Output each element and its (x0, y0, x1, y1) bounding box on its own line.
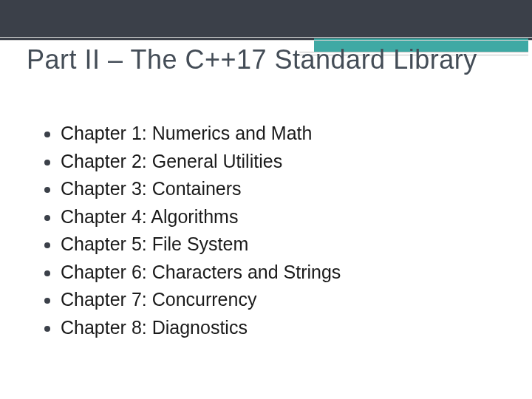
divider-line (0, 37, 532, 38)
header-bar (0, 0, 532, 40)
list-item: Chapter 2: General Utilities (44, 148, 341, 176)
slide-title: Part II – The C++17 Standard Library (27, 43, 502, 76)
chapter-list: Chapter 1: Numerics and Math Chapter 2: … (44, 120, 341, 341)
list-item: Chapter 4: Algorithms (44, 203, 341, 231)
list-item: Chapter 8: Diagnostics (44, 314, 341, 342)
list-item: Chapter 3: Containers (44, 175, 341, 203)
list-item: Chapter 6: Characters and Strings (44, 259, 341, 287)
list-item: Chapter 1: Numerics and Math (44, 120, 341, 148)
list-item: Chapter 7: Concurrency (44, 286, 341, 314)
divider-line (0, 40, 532, 41)
list-item: Chapter 5: File System (44, 231, 341, 259)
